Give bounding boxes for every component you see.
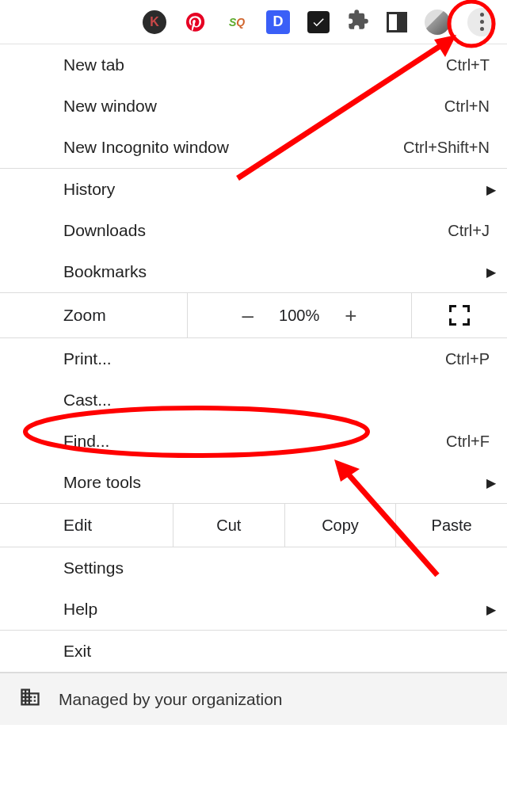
more-menu-button[interactable] bbox=[467, 8, 496, 36]
profile-avatar-icon[interactable] bbox=[425, 10, 450, 35]
menu-new-tab[interactable]: New tab Ctrl+T bbox=[0, 44, 507, 86]
edit-cut-button[interactable]: Cut bbox=[173, 504, 284, 547]
chevron-right-icon: ▶ bbox=[486, 602, 496, 617]
menu-label: New tab bbox=[63, 55, 124, 74]
menu-label: Cast... bbox=[63, 391, 112, 410]
zoom-controls: – 100% + bbox=[187, 293, 412, 337]
menu-zoom-row: Zoom – 100% + bbox=[0, 292, 507, 338]
zoom-in-button[interactable]: + bbox=[345, 303, 356, 328]
menu-label: Help bbox=[63, 600, 97, 619]
shortcut-text: Ctrl+T bbox=[446, 56, 490, 74]
shortcut-text: Ctrl+Shift+N bbox=[403, 139, 490, 157]
shortcut-text: Ctrl+J bbox=[448, 222, 490, 240]
menu-downloads[interactable]: Downloads Ctrl+J bbox=[0, 210, 507, 251]
menu-label: Find... bbox=[63, 432, 109, 451]
menu-label: More tools bbox=[63, 473, 141, 492]
extension-d-icon[interactable]: D bbox=[266, 10, 290, 34]
managed-by-org[interactable]: Managed by your organization bbox=[0, 673, 507, 725]
menu-print[interactable]: Print... Ctrl+P bbox=[0, 338, 507, 379]
extensions-icon[interactable] bbox=[347, 9, 369, 35]
edit-label: Edit bbox=[0, 516, 173, 535]
menu-exit[interactable]: Exit bbox=[0, 631, 507, 672]
menu-find[interactable]: Find... Ctrl+F bbox=[0, 421, 507, 462]
chrome-main-menu: New tab Ctrl+T New window Ctrl+N New Inc… bbox=[0, 44, 507, 725]
fullscreen-button[interactable] bbox=[412, 305, 507, 326]
edit-paste-button[interactable]: Paste bbox=[395, 504, 507, 547]
menu-label: New window bbox=[63, 97, 157, 116]
menu-cast[interactable]: Cast... bbox=[0, 379, 507, 421]
menu-more-tools[interactable]: More tools ▶ bbox=[0, 462, 507, 503]
menu-label: Print... bbox=[63, 349, 112, 368]
menu-label: History bbox=[63, 180, 115, 199]
menu-new-incognito[interactable]: New Incognito window Ctrl+Shift+N bbox=[0, 127, 507, 168]
pinterest-icon[interactable] bbox=[184, 10, 208, 34]
shortcut-text: Ctrl+N bbox=[444, 97, 490, 116]
extension-k-icon[interactable]: K bbox=[143, 10, 166, 34]
edit-copy-button[interactable]: Copy bbox=[284, 504, 396, 547]
menu-edit-row: Edit Cut Copy Paste bbox=[0, 503, 507, 547]
browser-toolbar: K SQ D bbox=[0, 0, 507, 44]
menu-help[interactable]: Help ▶ bbox=[0, 589, 507, 630]
chevron-right-icon: ▶ bbox=[486, 182, 496, 197]
shortcut-text: Ctrl+F bbox=[446, 433, 490, 451]
shortcut-text: Ctrl+P bbox=[445, 350, 490, 368]
organization-icon bbox=[19, 686, 41, 712]
chevron-right-icon: ▶ bbox=[486, 475, 496, 490]
menu-bookmarks[interactable]: Bookmarks ▶ bbox=[0, 251, 507, 292]
menu-label: Downloads bbox=[63, 221, 146, 240]
menu-label: Settings bbox=[63, 558, 124, 578]
side-panel-icon[interactable] bbox=[387, 12, 407, 32]
menu-settings[interactable]: Settings bbox=[0, 547, 507, 589]
zoom-out-button[interactable]: – bbox=[242, 303, 254, 328]
menu-label: Bookmarks bbox=[63, 262, 147, 281]
zoom-label: Zoom bbox=[0, 306, 187, 325]
menu-history[interactable]: History ▶ bbox=[0, 169, 507, 210]
zoom-value: 100% bbox=[279, 307, 319, 325]
extension-sq-icon[interactable]: SQ bbox=[225, 10, 249, 34]
menu-label: New Incognito window bbox=[63, 138, 229, 157]
chevron-right-icon: ▶ bbox=[486, 265, 496, 280]
menu-label: Exit bbox=[63, 642, 91, 661]
menu-new-window[interactable]: New window Ctrl+N bbox=[0, 86, 507, 127]
extension-check-icon[interactable] bbox=[307, 11, 330, 33]
fullscreen-icon bbox=[449, 305, 470, 326]
managed-label: Managed by your organization bbox=[59, 690, 283, 709]
